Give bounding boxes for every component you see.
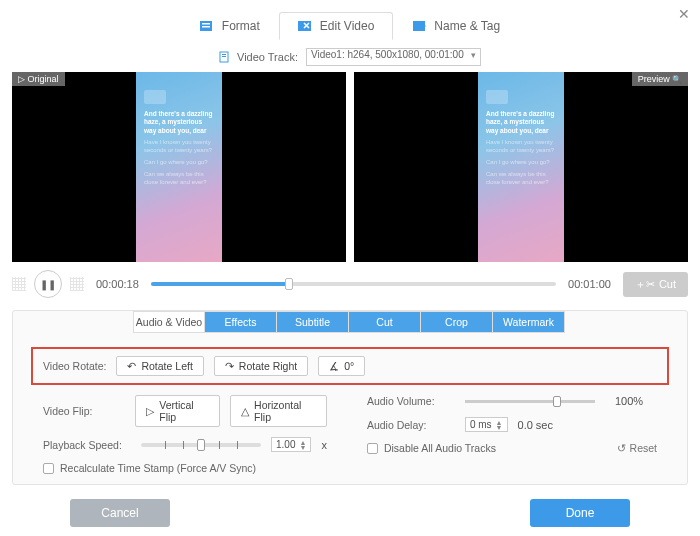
subtab-crop[interactable]: Crop [421,311,493,333]
video-flip-label: Video Flip: [43,405,125,417]
grid-icon-right[interactable] [70,277,84,291]
video-track-select[interactable]: Video1: h264, 500x1080, 00:01:00 [306,48,481,66]
disable-audio-checkbox[interactable] [367,443,378,454]
svg-rect-1 [202,23,210,25]
subtab-watermark[interactable]: Watermark [493,311,565,333]
result-preview: And there's a dazzling haze, a mysteriou… [354,72,688,262]
seek-slider[interactable] [151,282,556,286]
audio-volume-label: Audio Volume: [367,395,455,407]
spinner-arrows-icon: ▲▼ [496,420,503,430]
current-time: 00:00:18 [96,278,139,290]
speed-slider[interactable] [141,443,261,447]
speed-spinner[interactable]: 1.00 ▲▼ [271,437,311,452]
grid-icon-left[interactable] [12,277,26,291]
vertical-flip-button[interactable]: ▷ Vertical Flip [135,395,220,427]
svg-rect-6 [222,54,226,55]
rotate-right-button[interactable]: ↷ Rotate Right [214,356,308,376]
track-icon [219,51,229,63]
close-icon[interactable]: ✕ [678,6,690,22]
play-pause-button[interactable]: ❚❚ [34,270,62,298]
recalc-timestamp-label: Recalculate Time Stamp (Force A/V Sync) [60,462,256,474]
subtab-subtitle[interactable]: Subtitle [277,311,349,333]
original-preview: And there's a dazzling haze, a mysteriou… [12,72,346,262]
reset-icon: ↺ [617,442,626,454]
subtab-effects[interactable]: Effects [205,311,277,333]
rotate-angle-button[interactable]: ∡ 0° [318,356,365,376]
video-rotate-highlight: Video Rotate: ↶ Rotate Left ↷ Rotate Rig… [31,347,669,385]
horizontal-flip-button[interactable]: △ Horizontal Flip [230,395,327,427]
angle-icon: ∡ [329,360,339,372]
spinner-arrows-icon: ▲▼ [299,440,306,450]
tab-edit-video-label: Edit Video [320,19,375,33]
subtab-audio-video[interactable]: Audio & Video [133,311,205,333]
tab-edit-video[interactable]: Edit Video [279,12,394,40]
scissors-icon: ＋✂ [635,277,655,292]
name-tag-icon [412,19,428,33]
video-track-label: Video Track: [237,51,298,63]
cut-button[interactable]: ＋✂ Cut [623,272,688,297]
subtab-cut[interactable]: Cut [349,311,421,333]
speed-suffix: x [321,439,327,451]
recalc-timestamp-checkbox[interactable] [43,463,54,474]
delay-suffix: 0.0 sec [518,419,553,431]
svg-rect-2 [202,26,210,28]
edit-video-icon [298,19,314,33]
disable-audio-label: Disable All Audio Tracks [384,442,496,454]
settings-tabs: Audio & Video Effects Subtitle Cut Crop … [133,311,687,333]
tab-name-tag-label: Name & Tag [434,19,500,33]
delay-spinner[interactable]: 0 ms ▲▼ [465,417,508,432]
horizontal-flip-icon: △ [241,405,249,417]
audio-delay-label: Audio Delay: [367,419,455,431]
original-badge: ▷ Original [12,72,65,86]
video-rotate-label: Video Rotate: [43,360,106,372]
rotate-left-icon: ↶ [127,360,136,372]
total-time: 00:01:00 [568,278,611,290]
cancel-button[interactable]: Cancel [70,499,170,527]
rotate-left-button[interactable]: ↶ Rotate Left [116,356,203,376]
done-button[interactable]: Done [530,499,630,527]
format-icon [200,19,216,33]
tab-format-label: Format [222,19,260,33]
reset-button[interactable]: ↺ Reset [617,442,657,454]
volume-slider[interactable] [465,400,595,403]
video-track-row: Video Track: Video1: h264, 500x1080, 00:… [0,40,700,72]
volume-value: 100% [615,395,643,407]
tab-format[interactable]: Format [181,12,279,40]
svg-rect-7 [222,56,226,57]
vertical-flip-icon: ▷ [146,405,154,417]
preview-badge[interactable]: Preview [632,72,688,86]
tab-name-tag[interactable]: Name & Tag [393,12,519,40]
rotate-right-icon: ↷ [225,360,234,372]
main-tabs: Format Edit Video Name & Tag [0,0,700,40]
playback-speed-label: Playback Speed: [43,439,131,451]
